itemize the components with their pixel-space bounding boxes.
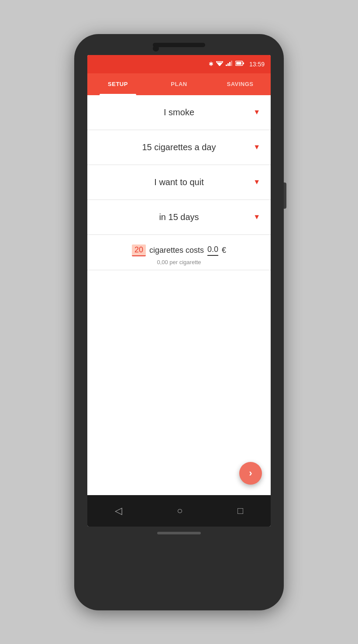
per-cigarette-label: 0,00 per cigarette xyxy=(157,259,201,265)
svg-rect-7 xyxy=(236,62,241,65)
smoke-type-dropdown[interactable]: I smoke ▼ xyxy=(87,95,271,130)
empty-content-space xyxy=(87,270,271,495)
wifi-icon xyxy=(216,61,223,67)
home-indicator xyxy=(157,532,201,534)
tab-bar: SETUP PLAN SAVINGS xyxy=(87,73,271,95)
pack-size-input[interactable]: 20 xyxy=(132,245,146,256)
svg-rect-8 xyxy=(243,62,244,64)
status-bar: ✱ xyxy=(87,55,271,73)
tab-savings[interactable]: SAVINGS xyxy=(210,73,271,95)
quit-days-arrow-icon: ▼ xyxy=(253,213,260,221)
cost-row: 20 cigarettes costs 0.0 € 0,00 per cigar… xyxy=(87,235,271,270)
cost-line: 20 cigarettes costs 0.0 € xyxy=(132,245,226,256)
battery-icon xyxy=(235,61,244,67)
front-camera xyxy=(153,45,159,52)
quit-days-dropdown[interactable]: in 15 days ▼ xyxy=(87,200,271,235)
phone-device: ✱ xyxy=(74,34,284,610)
screen: ✱ xyxy=(87,55,271,527)
cost-value-input[interactable]: 0.0 xyxy=(207,245,218,256)
currency-label: € xyxy=(222,246,226,255)
svg-rect-4 xyxy=(229,62,231,66)
want-to-quit-arrow-icon: ▼ xyxy=(253,178,260,186)
main-content: I smoke ▼ 15 cigarettes a day ▼ I want t… xyxy=(87,95,271,495)
tab-plan[interactable]: PLAN xyxy=(148,73,210,95)
cigarettes-per-day-dropdown[interactable]: 15 cigarettes a day ▼ xyxy=(87,130,271,165)
speaker xyxy=(153,43,205,47)
cigarettes-per-day-arrow-icon: ▼ xyxy=(253,143,260,151)
side-button xyxy=(284,183,286,209)
smoke-type-arrow-icon: ▼ xyxy=(253,108,260,116)
svg-rect-2 xyxy=(226,65,227,66)
signal-icon xyxy=(226,61,233,67)
next-arrow-icon: › xyxy=(249,468,252,479)
want-to-quit-dropdown[interactable]: I want to quit ▼ xyxy=(87,165,271,200)
nav-bar: ◁ ○ □ xyxy=(87,495,271,527)
recents-nav-icon[interactable]: □ xyxy=(238,505,243,517)
tab-setup[interactable]: SETUP xyxy=(87,73,148,95)
status-icons: ✱ xyxy=(209,61,265,68)
next-fab-button[interactable]: › xyxy=(239,462,262,485)
svg-rect-3 xyxy=(227,63,229,66)
svg-rect-5 xyxy=(231,61,232,66)
status-time: 13:59 xyxy=(249,61,265,68)
home-nav-icon[interactable]: ○ xyxy=(177,505,182,517)
bluetooth-icon: ✱ xyxy=(209,61,213,67)
cigarettes-costs-label: cigarettes costs xyxy=(149,246,204,255)
back-nav-icon[interactable]: ◁ xyxy=(115,505,122,517)
